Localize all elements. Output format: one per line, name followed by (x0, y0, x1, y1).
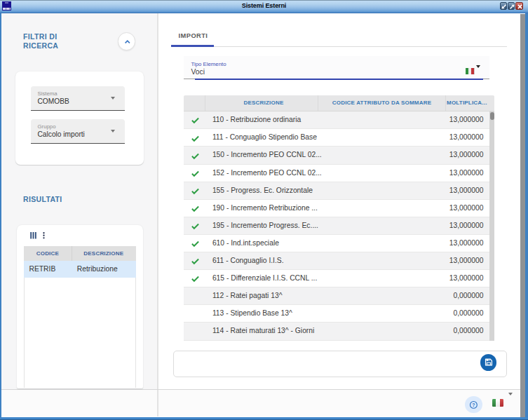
svg-text:?: ? (472, 402, 475, 407)
